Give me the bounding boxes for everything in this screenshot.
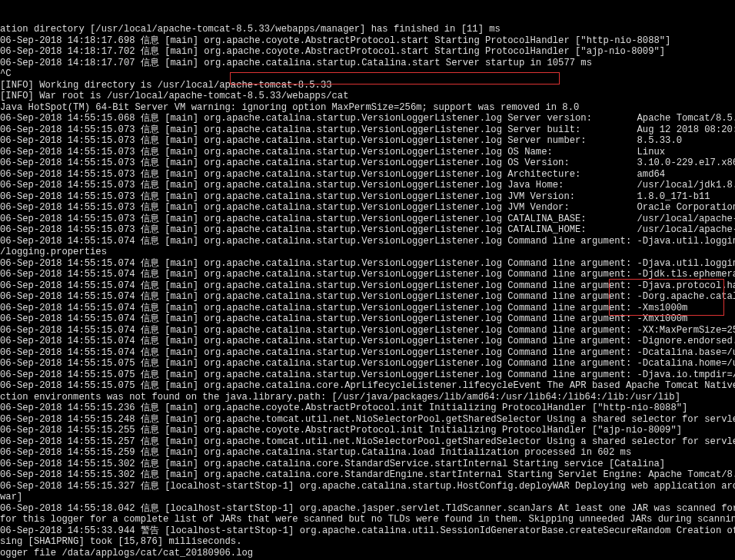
log-line: for this logger for a complete list of J… <box>0 514 735 525</box>
log-line: 06-Sep-2018 14:55:15.302 信息 [main] org.a… <box>0 469 735 481</box>
log-line: 06-Sep-2018 14:55:15.074 信息 [main] org.a… <box>0 313 735 325</box>
log-line: sing [SHA1PRNG] took [15,876] millisecon… <box>0 536 735 548</box>
log-line: 06-Sep-2018 14:55:15.074 信息 [main] org.a… <box>0 269 735 280</box>
log-line: [INFO] Working directory is /usr/local/a… <box>0 80 735 91</box>
log-line: 06-Sep-2018 14:55:15.074 信息 [main] org.a… <box>0 236 735 247</box>
log-line: 06-Sep-2018 14:55:15.074 信息 [main] org.a… <box>0 291 735 303</box>
log-line: 06-Sep-2018 14:55:15.074 信息 [main] org.a… <box>0 258 735 270</box>
log-line: 06-Sep-2018 14:55:18.042 信息 [localhost-s… <box>0 503 735 515</box>
log-line: 06-Sep-2018 14:55:15.074 信息 [main] org.a… <box>0 325 735 336</box>
log-line: 06-Sep-2018 14:55:15.075 信息 [main] org.a… <box>0 369 735 381</box>
log-line: ^C <box>0 68 735 80</box>
log-line: 06-Sep-2018 14:55:15.075 信息 [main] org.a… <box>0 358 735 369</box>
log-line: 06-Sep-2018 14:55:15.236 信息 [main] org.a… <box>0 403 735 414</box>
log-line: ation directory [/usr/local/apache-tomca… <box>0 24 735 35</box>
log-line: 06-Sep-2018 14:55:33.944 警告 [localhost-s… <box>0 525 735 537</box>
log-line: /logging.properties <box>0 247 735 258</box>
log-line: Java HotSpot(TM) 64-Bit Server VM warnin… <box>0 102 735 114</box>
log-line: ction environments was not found on the … <box>0 392 735 403</box>
log-line: 06-Sep-2018 14:18:17.702 信息 [main] org.a… <box>0 46 735 58</box>
log-line: 06-Sep-2018 14:55:15.075 信息 [main] org.a… <box>0 380 735 392</box>
log-line: 06-Sep-2018 14:55:15.248 信息 [main] org.a… <box>0 414 735 426</box>
log-line: 06-Sep-2018 14:55:15.068 信息 [main] org.a… <box>0 113 735 124</box>
log-line: 06-Sep-2018 14:18:17.698 信息 [main] org.a… <box>0 35 735 47</box>
log-line: 06-Sep-2018 14:55:15.073 信息 [main] org.a… <box>0 180 735 191</box>
log-line: 06-Sep-2018 14:55:15.327 信息 [localhost-s… <box>0 481 735 492</box>
log-line: 06-Sep-2018 14:55:15.302 信息 [main] org.a… <box>0 459 735 470</box>
log-line: 06-Sep-2018 14:55:15.073 信息 [main] org.a… <box>0 147 735 158</box>
log-line: 06-Sep-2018 14:55:15.073 信息 [main] org.a… <box>0 224 735 236</box>
log-line: 06-Sep-2018 14:55:15.073 信息 [main] org.a… <box>0 191 735 203</box>
log-line: war] <box>0 492 735 503</box>
log-line: 06-Sep-2018 14:55:15.073 信息 [main] org.a… <box>0 157 735 169</box>
log-line: 06-Sep-2018 14:55:15.259 信息 [main] org.a… <box>0 447 735 459</box>
log-line: 06-Sep-2018 14:55:15.073 信息 [main] org.a… <box>0 214 735 225</box>
log-line: ogger file /data/applogs/cat/cat_2018090… <box>0 548 735 559</box>
log-line: 06-Sep-2018 14:55:15.074 信息 [main] org.a… <box>0 336 735 347</box>
log-line: [INFO] War root is /usr/local/apache-tom… <box>0 91 735 102</box>
log-line: 06-Sep-2018 14:55:15.074 信息 [main] org.a… <box>0 280 735 292</box>
log-line: 06-Sep-2018 14:18:17.707 信息 [main] org.a… <box>0 58 735 69</box>
log-line: 06-Sep-2018 14:55:15.255 信息 [main] org.a… <box>0 425 735 436</box>
log-line: 06-Sep-2018 14:55:15.074 信息 [main] org.a… <box>0 303 735 314</box>
terminal-output[interactable]: ation directory [/usr/local/apache-tomca… <box>0 0 735 560</box>
log-line: 06-Sep-2018 14:55:15.073 信息 [main] org.a… <box>0 169 735 181</box>
log-line: 06-Sep-2018 14:55:15.074 信息 [main] org.a… <box>0 347 735 359</box>
log-line: 06-Sep-2018 14:55:15.073 信息 [main] org.a… <box>0 124 735 136</box>
log-line: 06-Sep-2018 14:55:15.073 信息 [main] org.a… <box>0 135 735 147</box>
log-line: 06-Sep-2018 14:55:15.073 信息 [main] org.a… <box>0 202 735 214</box>
log-line: 06-Sep-2018 14:55:15.257 信息 [main] org.a… <box>0 436 735 448</box>
